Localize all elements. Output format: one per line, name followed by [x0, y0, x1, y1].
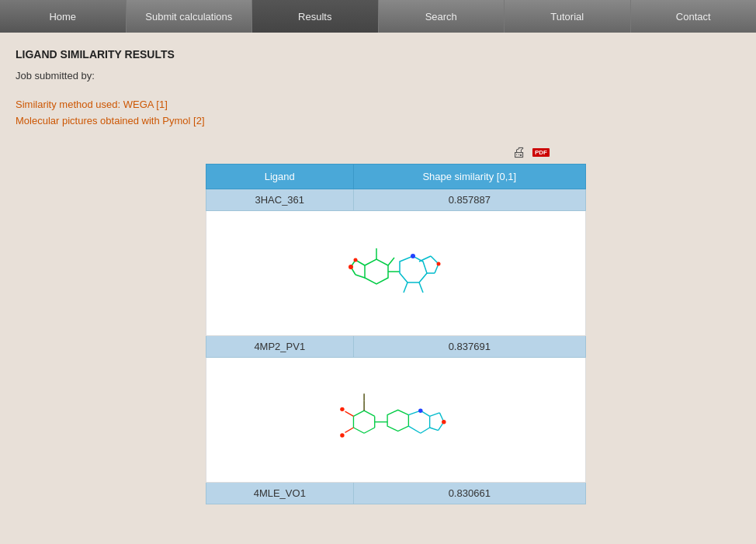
nav-tutorial[interactable]: Tutorial	[505, 0, 631, 33]
navigation: Home Submit calculations Results Search …	[0, 0, 756, 33]
molecular-pictures-text: Molecular pictures obtained with Pymol […	[16, 113, 740, 130]
svg-line-36	[430, 413, 440, 417]
svg-line-19	[353, 411, 364, 416]
similarity-value: 0.837691	[353, 335, 585, 357]
table-row: 3HAC_361 0.857887	[206, 189, 586, 210]
print-icon: 🖨	[512, 144, 526, 161]
svg-point-40	[418, 408, 422, 412]
main-content: LIGAND SIMILARITY RESULTS Job submitted …	[0, 33, 756, 520]
svg-line-20	[364, 411, 375, 416]
svg-line-22	[364, 428, 375, 433]
nav-results[interactable]: Results	[252, 0, 379, 33]
nav-search[interactable]: Search	[379, 0, 505, 33]
svg-line-35	[408, 426, 420, 433]
pdf-button[interactable]: PDF	[532, 145, 550, 161]
svg-line-27	[345, 428, 354, 432]
molecule-svg-1	[318, 219, 473, 327]
svg-point-13	[411, 254, 415, 258]
molecule-image-row-1	[206, 210, 586, 335]
similarity-value: 0.830661	[353, 482, 585, 504]
svg-line-34	[421, 428, 430, 433]
similarity-method-text: Similarity method used: WEGA [1]	[16, 97, 740, 113]
table-row: 4MP2_PV1 0.837691	[206, 335, 586, 357]
nav-contact[interactable]: Contact	[631, 0, 757, 33]
pdf-icon: PDF	[532, 148, 550, 157]
svg-line-10	[355, 275, 365, 278]
svg-line-17	[419, 282, 423, 293]
svg-line-3	[419, 256, 431, 262]
svg-point-26	[340, 407, 344, 411]
page-title: LIGAND SIMILARITY RESULTS	[16, 48, 740, 61]
results-table: Ligand Shape similarity [0,1] 3HAC_361 0…	[206, 164, 586, 504]
svg-marker-30	[387, 410, 408, 431]
table-row: 4MLE_VO1 0.830661	[206, 482, 586, 504]
molecule-svg-2	[318, 366, 473, 474]
ligand-name: 4MP2_PV1	[206, 335, 354, 357]
molecule-display-1	[206, 211, 585, 335]
svg-line-16	[404, 282, 407, 293]
svg-point-18	[437, 262, 441, 265]
molecule-image-row-2	[206, 357, 586, 482]
svg-line-39	[430, 428, 439, 431]
svg-point-11	[349, 265, 353, 269]
action-icons-row: 🖨 PDF	[16, 145, 550, 161]
svg-marker-0	[365, 259, 388, 284]
similarity-value: 0.857887	[353, 189, 585, 210]
svg-line-15	[388, 258, 394, 265]
svg-line-23	[353, 428, 364, 433]
method-info: Similarity method used: WEGA [1] Molecul…	[16, 97, 740, 130]
svg-point-41	[442, 420, 446, 424]
job-submitted-label: Job submitted by:	[16, 70, 95, 81]
job-info: Job submitted by:	[16, 70, 740, 81]
col-similarity-header: Shape similarity [0,1]	[353, 164, 585, 189]
molecule-display-2	[206, 358, 585, 482]
nav-submit[interactable]: Submit calculations	[127, 0, 253, 33]
svg-point-12	[354, 258, 358, 262]
col-ligand-header: Ligand	[206, 164, 354, 189]
nav-home[interactable]: Home	[0, 0, 127, 33]
svg-point-28	[340, 433, 344, 437]
print-button[interactable]: 🖨	[510, 145, 529, 161]
ligand-name: 4MLE_VO1	[206, 482, 354, 504]
ligand-name: 3HAC_361	[206, 189, 354, 210]
svg-line-25	[345, 411, 354, 416]
